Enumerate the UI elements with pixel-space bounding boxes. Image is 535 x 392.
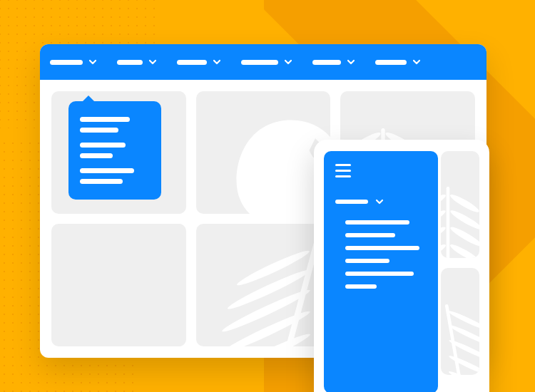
chevron-down-icon [375, 197, 384, 206]
text-placeholder [80, 117, 130, 122]
palm-leaf-icon [441, 304, 479, 375]
chevron-down-icon [148, 58, 157, 66]
desktop-nav-item[interactable] [312, 58, 355, 66]
dropdown-item[interactable] [80, 117, 150, 133]
nav-label-placeholder [117, 60, 143, 65]
mobile-nav-item-active[interactable] [335, 197, 427, 206]
desktop-navbar [40, 44, 486, 80]
text-placeholder [80, 128, 118, 133]
desktop-nav-item[interactable] [375, 58, 421, 66]
nav-label-placeholder [50, 60, 83, 65]
content-card [441, 151, 479, 258]
content-card [51, 224, 186, 346]
dropdown-item[interactable] [80, 168, 150, 184]
text-placeholder [80, 179, 123, 184]
nav-label-placeholder [241, 60, 278, 65]
desktop-dropdown-menu [68, 101, 161, 200]
chevron-down-icon [412, 58, 421, 66]
chevron-down-icon [213, 58, 221, 66]
chevron-down-icon [284, 58, 292, 66]
mobile-submenu-item[interactable] [345, 259, 389, 263]
mobile-submenu-item[interactable] [345, 246, 419, 250]
content-card [196, 91, 331, 214]
nav-label-placeholder [335, 200, 368, 204]
svg-point-14 [235, 247, 312, 289]
chevron-down-icon [88, 58, 97, 66]
desktop-nav-item[interactable] [117, 58, 157, 66]
mobile-submenu-item[interactable] [345, 233, 395, 237]
content-card [441, 268, 479, 375]
mobile-slide-menu [324, 151, 438, 392]
text-placeholder [80, 143, 126, 148]
content-card [196, 224, 331, 346]
mobile-submenu-item[interactable] [345, 284, 377, 289]
desktop-nav-item[interactable] [241, 58, 292, 66]
text-placeholder [80, 153, 113, 158]
dropdown-item[interactable] [80, 143, 150, 158]
hamburger-icon[interactable] [335, 164, 427, 177]
chevron-down-icon [347, 58, 355, 66]
nav-label-placeholder [177, 60, 207, 65]
desktop-nav-item[interactable] [177, 58, 221, 66]
svg-rect-20 [447, 187, 450, 258]
fern-leaf-icon [441, 187, 479, 258]
mobile-submenu-item[interactable] [345, 272, 414, 276]
mobile-submenu-item[interactable] [345, 220, 409, 225]
svg-point-33 [448, 354, 479, 375]
text-placeholder [80, 168, 134, 173]
mobile-window [314, 140, 489, 392]
desktop-nav-item[interactable] [50, 58, 97, 66]
nav-label-placeholder [312, 60, 341, 65]
mobile-submenu [335, 220, 427, 289]
nav-label-placeholder [375, 60, 407, 65]
